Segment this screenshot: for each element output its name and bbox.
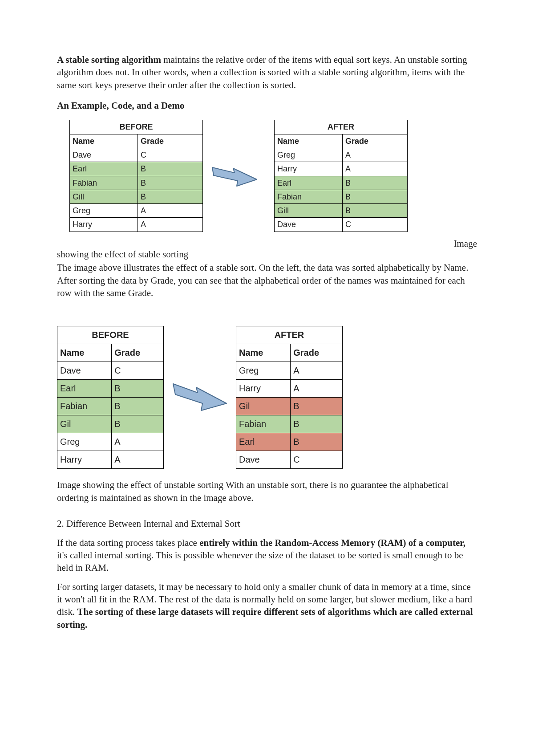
table-cell: Fabian [57,398,112,415]
table-row: EarlB [57,380,164,398]
arrow-icon [203,159,266,193]
table-row: HarryA [70,218,203,232]
table-cell: Dave [57,362,112,380]
table-cell: Greg [236,362,291,380]
table-cell: Greg [275,148,343,162]
table-header: Grade [291,344,343,362]
table-cell: B [291,415,343,433]
table-cell: A [291,380,343,398]
figure-unstable-sort: BEFORENameGradeDaveCEarlBFabianBGilBGreg… [57,326,477,469]
table-cell: C [342,218,407,232]
table-cell: B [112,380,164,398]
figure1-label-cont: showing the effect of stable sorting [57,248,477,260]
table-cell: B [138,176,202,190]
table-cell: A [112,433,164,451]
table-cell: Greg [57,433,112,451]
table-header: Name [57,344,112,362]
table-cell: B [342,190,407,203]
table-cell: B [342,176,407,190]
table-row: GregA [275,148,408,162]
figure2-caption: Image showing the effect of unstable sor… [57,479,477,504]
table-cell: Gil [57,415,112,433]
table-row: GregA [57,433,164,451]
figure1-explanation: The image above illustrates the effect o… [57,261,477,299]
document-page: A stable sorting algorithm maintains the… [0,0,534,664]
subheading-example: An Example, Code, and a Demo [57,99,477,112]
table-row: FabianB [236,415,343,433]
table-header: Name [236,344,291,362]
intro-paragraph: A stable sorting algorithm maintains the… [57,53,477,91]
table-row: EarlB [236,433,343,451]
table-row: EarlB [275,176,408,190]
table-title: AFTER [275,120,408,134]
table-cell: C [291,451,343,469]
table-row: HarryA [57,451,164,469]
table-row: FabianB [57,398,164,415]
table-cell: Gill [70,190,138,203]
table-row: GillB [70,190,203,203]
svg-marker-1 [173,384,227,411]
table-cell: Fabian [236,415,291,433]
table-header: Name [275,134,343,148]
table-cell: Harry [275,162,343,176]
table-row: FabianB [70,176,203,190]
table-header: Grade [138,134,202,148]
table-title: BEFORE [70,120,203,134]
table-cell: Fabian [275,190,343,203]
intro-bold: A stable sorting algorithm [57,54,161,65]
table-row: HarryA [275,162,408,176]
table-cell: Earl [57,380,112,398]
table-cell: A [112,451,164,469]
text: If the data sorting process takes place [57,537,199,548]
table-header: Grade [112,344,164,362]
table-before: BEFORENameGradeDaveCEarlBFabianBGilBGreg… [57,326,164,469]
text-bold: The sorting of these large datasets will… [57,606,473,630]
table-cell: C [112,362,164,380]
table-title: AFTER [236,326,343,344]
table-header: Grade [342,134,407,148]
table-cell: Harry [57,451,112,469]
table-row: HarryA [236,380,343,398]
table-row: DaveC [57,362,164,380]
table-row: DaveC [275,218,408,232]
table-row: EarlB [70,162,203,176]
section2-heading: 2. Difference Between Internal and Exter… [57,517,477,530]
table-cell: Gill [275,204,343,218]
table-before: BEFORENameGradeDaveCEarlBFabianBGillBGre… [69,120,203,232]
table-row: GregA [236,362,343,380]
arrow-icon [164,376,236,419]
table-cell: Earl [70,162,138,176]
table-cell: Dave [236,451,291,469]
table-cell: B [291,433,343,451]
table-cell: B [342,204,407,218]
table-row: GillB [275,204,408,218]
table-cell: A [291,362,343,380]
table-cell: Harry [70,218,138,232]
table-row: DaveC [236,451,343,469]
table-cell: Dave [275,218,343,232]
table-after: AFTERNameGradeGregAHarryAGilBFabianBEarl… [236,326,343,469]
table-header: Name [70,134,138,148]
table-cell: A [138,204,202,218]
table-cell: Fabian [70,176,138,190]
table-cell: B [112,415,164,433]
svg-marker-0 [212,167,257,186]
table-cell: A [138,218,202,232]
section2-paragraph1: If the data sorting process takes place … [57,537,477,574]
table-cell: Harry [236,380,291,398]
section2-paragraph2: For sorting larger datasets, it may be n… [57,581,477,631]
table-row: FabianB [275,190,408,203]
table-cell: C [138,148,202,162]
table-after: AFTERNameGradeGregAHarryAEarlBFabianBGil… [274,120,408,232]
figure-stable-sort: BEFORENameGradeDaveCEarlBFabianBGillBGre… [57,120,477,232]
table-cell: Greg [70,204,138,218]
text: it's called internal sorting. This is po… [57,550,463,573]
text-bold: entirely within the Random-Access Memory… [199,537,465,548]
table-cell: Dave [70,148,138,162]
table-row: DaveC [70,148,203,162]
table-row: GilB [236,398,343,415]
table-cell: Earl [236,433,291,451]
table-title: BEFORE [57,326,164,344]
table-cell: B [138,162,202,176]
table-cell: Earl [275,176,343,190]
